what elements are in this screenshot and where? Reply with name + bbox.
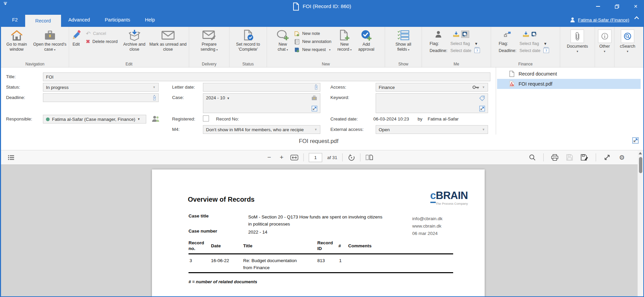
tab-participants[interactable]: Participants — [97, 13, 138, 27]
collapse-ribbon-icon[interactable] — [634, 16, 639, 19]
go-to-main-window-button[interactable]: Go to main window — [2, 28, 32, 53]
open-in-window-icon[interactable] — [632, 137, 639, 144]
case-field[interactable]: 2024 - 10 ▼ — [203, 93, 320, 113]
calendar-icon[interactable] — [543, 48, 549, 53]
dropdown-arrow-icon[interactable]: ▼ — [474, 42, 483, 46]
user-menu[interactable]: Fatima al-Safar (Finance) — [570, 13, 629, 27]
new-chat-button[interactable]: New chat▾ — [274, 28, 291, 53]
tab-record[interactable]: Record — [25, 15, 61, 27]
csearch-button[interactable]: cSearch ▼ — [620, 28, 635, 53]
finance-select-flag[interactable]: Select flag — [520, 41, 541, 46]
other-button[interactable]: Other ▼ — [598, 28, 611, 53]
prepare-sending-button[interactable]: Prepare sending▾ — [196, 28, 222, 53]
add-approval-button[interactable]: Add approval — [355, 28, 378, 53]
save-annotated-icon[interactable] — [581, 153, 588, 162]
me-select-flag[interactable]: Select flag — [450, 41, 472, 46]
keyword-label: Keyword: — [330, 95, 349, 100]
user-name[interactable]: Fatima al-Safar (Finance) — [578, 17, 629, 22]
scrollbar-up-arrow[interactable] — [639, 152, 642, 154]
pencil-icon — [71, 29, 81, 42]
home-icon — [11, 29, 23, 42]
me-select-date[interactable]: Select date — [450, 48, 472, 53]
new-note-button[interactable]: New note — [294, 30, 331, 37]
delete-record-button[interactable]: ✖ Delete record — [86, 38, 118, 45]
responsible-field[interactable]: Fatima al-Safar (Case manager, Finance) … — [43, 115, 146, 123]
flag-tray-icon[interactable] — [453, 31, 460, 38]
edit-button[interactable]: Edit — [70, 28, 83, 48]
page-count-label: af 31 — [327, 155, 337, 160]
scrollbar-thumb[interactable] — [639, 157, 642, 173]
sidebar-toggle-icon[interactable] — [8, 155, 14, 160]
open-records-case-button[interactable]: Open the record's case▾ — [32, 28, 68, 53]
search-icon[interactable] — [529, 153, 536, 162]
cell-related: 1 — [339, 257, 342, 264]
zoom-in-button[interactable]: + — [278, 153, 285, 162]
open-in-window-icon[interactable] — [479, 106, 485, 111]
svg-text:PDF: PDF — [511, 85, 513, 86]
pdf-scrollbar[interactable] — [638, 150, 643, 297]
document-item-record-document[interactable]: Record document — [497, 69, 641, 79]
minimize-button[interactable] — [593, 2, 603, 11]
tag-icon[interactable] — [479, 95, 485, 101]
me-deadline-label: Deadline: — [430, 48, 447, 53]
cancel-button[interactable]: ↶ Cancel — [86, 30, 118, 37]
select-flag-icon[interactable] — [462, 31, 469, 38]
keyword-field[interactable] — [376, 93, 488, 113]
tab-advanced[interactable]: Advanced — [61, 13, 98, 27]
select-flag-icon[interactable] — [531, 32, 537, 37]
show-all-fields-button[interactable]: Show all fields▾ — [391, 28, 416, 53]
finance-select-date[interactable]: Select date — [520, 48, 541, 53]
zoom-out-button[interactable]: − — [265, 153, 273, 162]
title-field[interactable]: FOI — [43, 72, 490, 81]
registered-checkbox[interactable] — [203, 115, 209, 121]
print-icon[interactable] — [551, 153, 558, 162]
open-in-window-icon[interactable] — [312, 106, 317, 111]
restore-button[interactable] — [612, 2, 622, 11]
finance-deadline-label: Deadline: — [499, 48, 517, 53]
deadline-field[interactable] — [43, 93, 159, 102]
dropdown-arrow-icon[interactable]: ▼ — [543, 42, 552, 46]
mark-as-unread-and-close-button[interactable]: Mark as unread and close — [148, 28, 188, 53]
contact-email: info@cbrain.dk — [412, 215, 442, 222]
user-icon — [570, 17, 575, 22]
fit-width-icon[interactable] — [290, 153, 298, 162]
settings-gear-icon[interactable]: ⚙ — [618, 153, 626, 162]
set-record-complete-button[interactable]: Set record to 'Complete' — [230, 28, 266, 53]
org-unit-icon — [504, 31, 511, 37]
registered-label: Registered: — [172, 116, 195, 121]
status-select[interactable]: In progress▼ — [43, 83, 159, 92]
window-border — [0, 0, 1, 297]
ribbon-group-documents: Documents ▼ — [560, 27, 595, 67]
pdf-icon: PDF — [509, 81, 515, 87]
close-button[interactable]: ✕ — [631, 2, 641, 11]
letter-date-field[interactable] — [203, 83, 320, 92]
page-number-input[interactable] — [309, 153, 322, 162]
toolbar-separator — [543, 153, 544, 161]
annotation-icon — [294, 39, 300, 45]
document-item-foi-request-pdf[interactable]: PDF FOI request.pdf — [497, 79, 641, 89]
case-briefcase-icon[interactable] — [311, 95, 317, 101]
address-book-icon[interactable] — [152, 115, 160, 122]
fullscreen-icon[interactable] — [603, 153, 611, 162]
new-request-button[interactable]: New request ▾ — [294, 46, 331, 53]
dropdown-arrow-icon: ▼ — [314, 128, 317, 131]
calendar-icon[interactable] — [474, 48, 480, 53]
pdf-viewer[interactable]: Overview of Records Case title SoM - Sec… — [1, 165, 638, 297]
new-record-button[interactable]: New record▾ — [334, 28, 355, 53]
new-annotation-button[interactable]: New annotation — [294, 38, 331, 45]
external-access-select[interactable]: Open▼ — [376, 125, 488, 134]
access-select[interactable]: Finance ▼ — [376, 83, 488, 92]
m4-select[interactable]: Don't show in MR4 for members, who are r… — [203, 125, 320, 134]
documents-button[interactable]: Documents ▼ — [567, 28, 588, 53]
flag-tray-icon[interactable] — [523, 31, 529, 38]
archive-and-close-button[interactable]: Archive and close — [121, 28, 148, 53]
dropdown-arrow-icon: ▼ — [137, 117, 140, 121]
pdf-heading: Overview of Records — [188, 196, 255, 203]
tab-help[interactable]: Help — [138, 13, 162, 27]
delete-x-icon: ✖ — [86, 39, 90, 45]
tab-f2[interactable]: F2 — [5, 13, 25, 27]
page-view-icon[interactable] — [366, 153, 373, 162]
calendar-icon[interactable] — [153, 95, 156, 100]
calendar-icon[interactable] — [315, 85, 317, 90]
rotate-icon[interactable] — [348, 153, 355, 162]
